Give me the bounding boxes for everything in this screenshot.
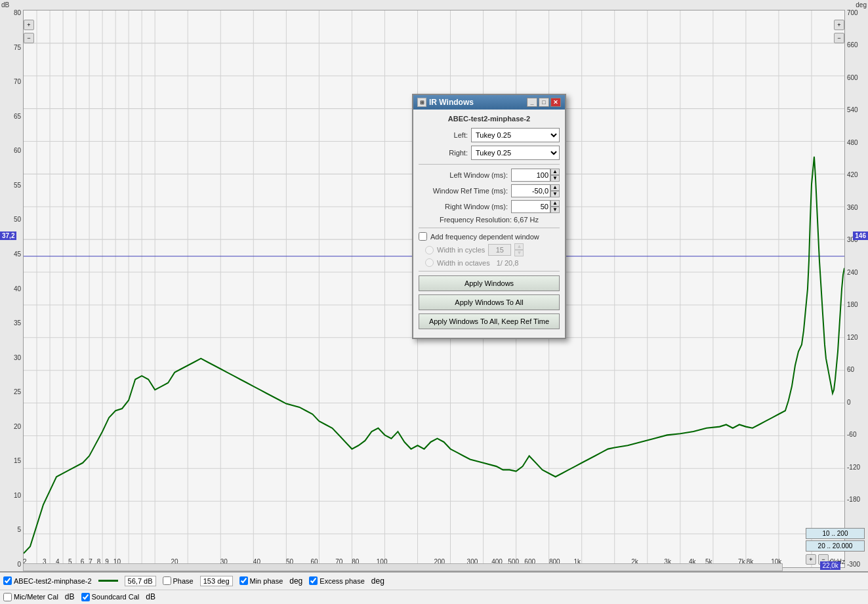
zoom-in-icon[interactable]: + (24, 20, 34, 30)
soundcard-label: Soundcard Cal (92, 593, 140, 601)
left-window-ms-spinners: ▲ ▼ (550, 169, 560, 182)
y-label: 60 (14, 148, 21, 154)
right-window-row: Right: Tukey 0.25 Tukey 0.5 Hann Blackma… (419, 146, 560, 160)
left-window-ms-input[interactable] (511, 169, 550, 182)
mic-checkbox[interactable] (3, 593, 12, 601)
window-ref-time-down[interactable]: ▼ (550, 191, 560, 197)
phase-value: 153 deg (200, 576, 233, 586)
zoom-in-right-icon[interactable]: + (834, 20, 844, 30)
left-window-select[interactable]: Tukey 0.25 Tukey 0.5 Hann Blackman Recta… (471, 128, 560, 142)
excess-phase-checkbox[interactable] (309, 576, 318, 585)
range-btn-10-200[interactable]: 10 .. 200 (806, 528, 865, 539)
track-checkbox[interactable] (3, 576, 12, 585)
apply-windows-all-button[interactable]: Apply Windows To All (419, 294, 560, 310)
right-window-ms-label: Right Window (ms): (419, 203, 508, 211)
left-window-ms-label: Left Window (ms): (419, 171, 508, 179)
min-phase-label: Min phase (250, 577, 283, 585)
freq-highlight: 22,0k (820, 561, 840, 570)
ir-windows-dialog: ⊞ IR Windows _ □ ✕ ABEC-test2-minphase-2… (412, 94, 566, 339)
y-label: 80 (14, 10, 21, 16)
min-phase-checkbox-label[interactable]: Min phase (239, 576, 283, 585)
track-checkbox-label[interactable]: ABEC-test2-minphase-2 (3, 576, 92, 585)
y-label-right: -120 (847, 464, 860, 471)
track-name: ABEC-test2-minphase-2 (14, 577, 92, 585)
y-label: 70 (14, 79, 21, 85)
y-label-right: 0 (847, 399, 851, 406)
y-label-right: -60 (847, 432, 856, 438)
y-label-right: 240 (847, 270, 858, 276)
y-label: 35 (14, 320, 21, 327)
zoom-out-right-icon[interactable]: − (834, 33, 844, 43)
excess-phase-checkbox-label[interactable]: Excess phase (309, 576, 364, 585)
width-cycles-down[interactable]: ▼ (514, 250, 524, 256)
range-buttons: 10 .. 200 20 .. 20.000 + − (806, 528, 865, 565)
width-octaves-label: Width in octaves (437, 259, 490, 267)
dialog-content: ABEC-test2-minphase-2 Left: Tukey 0.25 T… (413, 110, 565, 338)
left-window-ms-up[interactable]: ▲ (550, 169, 560, 175)
right-window-ms-down[interactable]: ▼ (550, 207, 560, 213)
right-label: Right: (419, 149, 468, 157)
width-cycles-input[interactable] (488, 244, 511, 256)
db-label-left: dB (1, 1, 9, 9)
deg-label-right: deg (856, 1, 867, 9)
left-window-ms-down[interactable]: ▼ (550, 175, 560, 182)
minimize-button[interactable]: _ (527, 98, 537, 107)
close-button[interactable]: ✕ (550, 98, 561, 107)
y-label-right: 360 (847, 205, 858, 211)
y-label: 65 (14, 113, 21, 120)
mic-checkbox-label[interactable]: Mic/Meter Cal (3, 593, 58, 601)
soundcard-checkbox-label[interactable]: Soundcard Cal (81, 593, 140, 601)
right-window-ms-up[interactable]: ▲ (550, 200, 560, 207)
y-label-right: 540 (847, 107, 858, 113)
zoom-icon-bottom-right-1[interactable]: + (806, 554, 816, 565)
width-cycles-row: Width in cycles ▲ ▼ (419, 243, 560, 256)
dialog-filename: ABEC-test2-minphase-2 (419, 115, 560, 123)
add-freq-row: Add frequency dependent window (419, 232, 560, 241)
add-freq-checkbox[interactable] (419, 232, 427, 241)
y-label-right: 180 (847, 302, 858, 308)
y-label: 45 (14, 251, 21, 258)
y-label-right: 660 (847, 42, 858, 49)
y-label-right: 700 (847, 10, 858, 16)
y-label-right: 420 (847, 172, 858, 178)
horizontal-scrollbar[interactable] (23, 563, 783, 571)
min-phase-checkbox[interactable] (239, 576, 248, 585)
status-bar: ABEC-test2-minphase-2 56,7 dB Phase 153 … (0, 571, 868, 604)
phase-checkbox[interactable] (163, 576, 171, 585)
mic-label: Mic/Meter Cal (14, 593, 58, 601)
y-label: 0 (17, 561, 21, 568)
y-label: 30 (14, 355, 21, 361)
right-window-select[interactable]: Tukey 0.25 Tukey 0.5 Hann Blackman Recta… (471, 146, 560, 160)
y-label-right: 60 (847, 367, 854, 373)
left-window-row: Left: Tukey 0.25 Tukey 0.5 Hann Blackman… (419, 128, 560, 142)
y-label: 75 (14, 45, 21, 51)
width-cycles-radio[interactable] (425, 246, 434, 254)
right-window-ms-input[interactable] (511, 200, 550, 213)
dialog-titlebar[interactable]: ⊞ IR Windows _ □ ✕ (413, 95, 565, 110)
soundcard-unit: dB (146, 592, 155, 601)
maximize-button[interactable]: □ (539, 98, 549, 107)
window-ref-time-input[interactable] (511, 184, 550, 197)
width-octaves-radio[interactable] (425, 258, 434, 267)
status-row1: ABEC-test2-minphase-2 56,7 dB Phase 153 … (0, 573, 868, 590)
apply-windows-button[interactable]: Apply Windows (419, 275, 560, 291)
width-cycles-up[interactable]: ▲ (514, 243, 524, 250)
zoom-out-icon[interactable]: − (24, 33, 34, 43)
y-label: 5 (17, 527, 21, 533)
crosshair-value-right: 146 (853, 232, 868, 240)
crosshair-value-left: 37,2 (0, 232, 16, 240)
apply-windows-all-keep-button[interactable]: Apply Windows To All, Keep Ref Time (419, 313, 560, 329)
range-btn-20-20000[interactable]: 20 .. 20.000 (806, 540, 865, 552)
y-label-right: -180 (847, 496, 860, 503)
y-label: 40 (14, 286, 21, 292)
right-window-ms-spinners: ▲ ▼ (550, 200, 560, 213)
y-label-right: 120 (847, 334, 858, 341)
window-ref-time-up[interactable]: ▲ (550, 184, 560, 191)
y-label: 25 (14, 389, 21, 395)
phase-label: Phase (173, 577, 194, 585)
soundcard-checkbox[interactable] (81, 593, 90, 601)
width-cycles-spinners: ▲ ▼ (514, 243, 524, 256)
phase-checkbox-label[interactable]: Phase (163, 576, 194, 585)
divider-1 (419, 164, 560, 165)
y-label: 50 (14, 216, 21, 223)
